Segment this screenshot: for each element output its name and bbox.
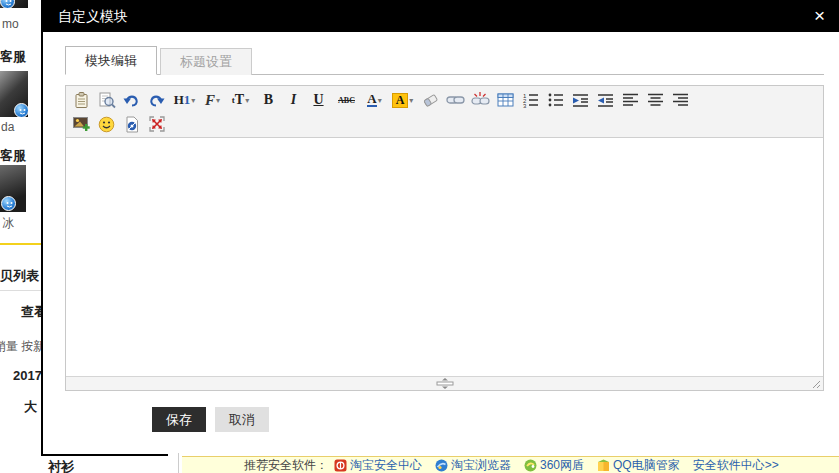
qq-manager-icon	[597, 459, 610, 472]
chevron-down-icon: ▾	[216, 96, 220, 105]
insert-media-icon	[124, 116, 140, 133]
strikethrough-button[interactable]: ABC	[331, 89, 362, 111]
qq-face-icon	[3, 198, 16, 211]
contact-name: da	[1, 120, 14, 134]
qq-status-icon[interactable]	[0, 0, 15, 9]
preview-button[interactable]	[94, 89, 119, 111]
taobao-browser-item[interactable]: 淘宝浏览器	[435, 457, 511, 473]
insert-media-button[interactable]	[119, 113, 144, 135]
indent-icon	[572, 93, 589, 108]
resize-grip-icon[interactable]	[812, 380, 821, 389]
paste-button[interactable]	[69, 89, 94, 111]
unlink-button[interactable]	[468, 89, 493, 111]
taobao-security-icon	[334, 459, 347, 472]
outdent-icon	[597, 93, 614, 108]
chevron-down-icon: ▾	[409, 96, 413, 105]
chevron-down-icon: ▾	[378, 96, 382, 105]
align-left-icon	[622, 93, 639, 107]
emoticon-button[interactable]	[94, 113, 119, 135]
360-shield-icon	[524, 459, 537, 472]
align-center-icon	[647, 93, 664, 107]
insert-image-icon	[73, 116, 91, 132]
outdent-button[interactable]	[593, 89, 618, 111]
fullscreen-button[interactable]	[144, 113, 169, 135]
link-button[interactable]	[443, 89, 468, 111]
eraser-button[interactable]	[418, 89, 443, 111]
qq-manager-item[interactable]: QQ电脑管家	[597, 457, 680, 473]
customer-service-label: 客服	[0, 48, 26, 66]
taobao-security-link[interactable]: 淘宝安全中心	[350, 457, 422, 473]
360-shield-item[interactable]: 360网盾	[524, 457, 584, 473]
year-label: 2017	[13, 368, 42, 383]
taobao-browser-icon	[435, 459, 448, 472]
yellow-divider	[0, 243, 44, 245]
security-center-link[interactable]: 安全软件中心>>	[693, 457, 779, 473]
contact-name: 冰	[2, 215, 14, 232]
undo-button[interactable]	[119, 89, 144, 111]
align-right-button[interactable]	[668, 89, 693, 111]
italic-button[interactable]: I	[281, 89, 306, 111]
cancel-button[interactable]: 取消	[215, 407, 269, 432]
tab-module-edit[interactable]: 模块编辑	[65, 46, 157, 75]
dialog-title: 自定义模块	[58, 8, 128, 26]
qq-status-icon[interactable]	[14, 103, 29, 118]
dialog-titlebar: 自定义模块 ×	[43, 0, 839, 32]
unordered-list-button[interactable]	[543, 89, 568, 111]
qq-manager-link[interactable]: QQ电脑管家	[613, 457, 680, 473]
custom-module-dialog: 自定义模块 × 模块编辑 标题设置 H1▾ F▾ tT▾ B I U ABC A…	[41, 0, 839, 456]
editor-content-area[interactable]	[66, 138, 823, 376]
font-size-dropdown[interactable]: tT▾	[225, 89, 256, 111]
font-family-dropdown[interactable]: F▾	[200, 89, 225, 111]
chevron-down-icon: ▾	[245, 96, 249, 105]
page: { "modal": { "title": "自定义模块", "close_ic…	[0, 0, 839, 473]
rich-text-editor: H1▾ F▾ tT▾ B I U ABC A▾ A▾ 123	[65, 85, 824, 391]
dialog-tabs: 模块编辑 标题设置	[65, 46, 824, 75]
qq-status-icon[interactable]	[1, 196, 16, 211]
qq-face-icon	[2, 0, 15, 9]
close-icon[interactable]: ×	[814, 4, 825, 28]
save-button[interactable]: 保存	[152, 407, 206, 432]
customer-service-label: 客服	[0, 147, 26, 165]
editor-resize-bar[interactable]	[66, 376, 823, 390]
undo-icon	[123, 93, 140, 108]
qq-face-icon	[16, 105, 29, 118]
360-shield-link[interactable]: 360网盾	[540, 457, 584, 473]
taobao-security-item[interactable]: 淘宝安全中心	[334, 457, 422, 473]
toolbar-row-2	[69, 112, 820, 136]
sort-options[interactable]: 销量 按新	[0, 338, 45, 355]
link-icon	[446, 94, 465, 106]
security-center-item[interactable]: 安全软件中心>>	[693, 457, 779, 473]
item-list-heading: 贝列表	[0, 267, 39, 285]
toolbar-row-1: H1▾ F▾ tT▾ B I U ABC A▾ A▾ 123	[69, 88, 820, 112]
resize-handle-icon[interactable]	[434, 378, 456, 389]
fullscreen-icon	[149, 116, 165, 132]
indent-button[interactable]	[568, 89, 593, 111]
preview-icon	[98, 92, 116, 109]
highlight-color-dropdown[interactable]: A▾	[387, 89, 418, 111]
align-right-icon	[672, 93, 689, 107]
unlink-icon	[471, 92, 490, 108]
emoticon-icon	[98, 116, 115, 133]
security-software-strip: 推荐安全软件： 淘宝安全中心 淘宝浏览器 360网盾 QQ电脑管家 安全软件中心…	[182, 456, 839, 473]
category-label: 大	[24, 398, 37, 416]
table-icon	[497, 93, 514, 107]
paste-icon	[73, 92, 90, 109]
redo-button[interactable]	[144, 89, 169, 111]
chevron-down-icon: ▾	[191, 96, 195, 105]
ordered-list-button[interactable]: 123	[518, 89, 543, 111]
contacts-sidebar: mo 客服 da 客服 冰 贝列表 查看 销量 按新 2017 大	[0, 0, 44, 473]
font-color-dropdown[interactable]: A▾	[362, 89, 387, 111]
contact-name: mo	[2, 17, 19, 31]
underline-button[interactable]: U	[306, 89, 331, 111]
taobao-browser-link[interactable]: 淘宝浏览器	[451, 457, 511, 473]
align-left-button[interactable]	[618, 89, 643, 111]
redo-icon	[148, 93, 165, 108]
insert-image-button[interactable]	[69, 113, 94, 135]
unordered-list-icon	[547, 92, 564, 108]
heading-dropdown[interactable]: H1▾	[169, 89, 200, 111]
bold-button[interactable]: B	[256, 89, 281, 111]
table-button[interactable]	[493, 89, 518, 111]
align-center-button[interactable]	[643, 89, 668, 111]
tab-title-settings[interactable]: 标题设置	[160, 48, 252, 75]
editor-toolbar: H1▾ F▾ tT▾ B I U ABC A▾ A▾ 123	[66, 86, 823, 138]
